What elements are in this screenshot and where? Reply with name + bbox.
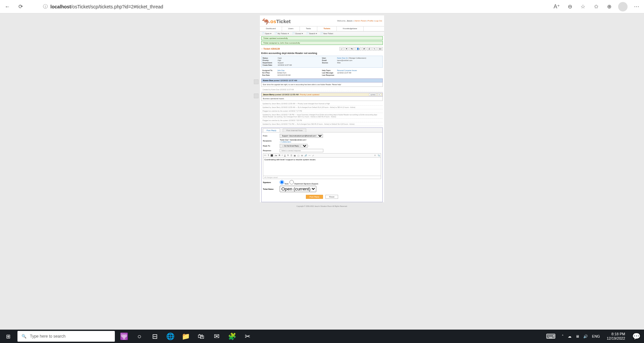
alert-updated: Ticket updated successfully xyxy=(261,36,383,40)
flag-icon[interactable]: ⚑▾ xyxy=(349,47,355,51)
sub-nav: 📄 Open ▾ 📄 My Tickets ▾ 📄 Closed ▾ 📄 Sea… xyxy=(260,32,384,36)
url-path: /osTicket/scp/tickets.php?id=2#ticket_th… xyxy=(71,4,163,9)
reply-editor[interactable]: Coordinating with level I support to res… xyxy=(263,158,381,176)
editor-toolbar: <> ¶ ⬛ A▾ B I U S ☰ ▦ ▢ ⊞ 🔗 — ⤢ ☺ 📎 xyxy=(263,153,381,158)
event-item: Flagged as overdue by the system 12/19/2… xyxy=(261,109,383,113)
underline-icon[interactable]: U xyxy=(284,154,285,157)
back-button[interactable]: ← xyxy=(3,3,11,11)
note-flag[interactable]: correct xyxy=(369,93,377,96)
thread-user-message: Karen Doe posted 12/19/22 12:37 AM Ever … xyxy=(261,78,383,87)
assignee-link[interactable]: John Doe xyxy=(277,69,284,71)
nav-users[interactable]: Users xyxy=(282,26,300,31)
fullscreen-icon[interactable]: ⤢ xyxy=(312,154,314,157)
strike-icon[interactable]: S xyxy=(287,154,289,157)
code-icon[interactable]: <> xyxy=(264,154,266,157)
event-item: Updated by Jason Berry 12/19/22 12:55 AM… xyxy=(261,106,383,109)
heading-icon[interactable]: ⬛ xyxy=(271,154,273,157)
page-body: 🦘osTicket Welcome, Jason. | Admin Panel … xyxy=(260,15,384,202)
event-item: Updated by Jason Berry 12/19/22 12:55 AM… xyxy=(261,102,383,106)
italic-icon[interactable]: I xyxy=(282,154,283,157)
event-item: Flagged as overdue by the system 12/19/2… xyxy=(261,119,383,122)
page-footer: Copyright © 2006-2022 Jason's Situation … xyxy=(0,204,644,208)
image-icon[interactable]: ▦ xyxy=(294,154,296,157)
admin-panel-link[interactable]: Admin Panel xyxy=(355,20,366,22)
emoji-icon[interactable]: ☺ xyxy=(374,154,376,157)
nav-dashboard[interactable]: Dashboard xyxy=(260,26,282,31)
event-created: Created by Karen Doe 12/19/22 12:37 AM xyxy=(261,88,383,92)
alert-assigned: Ticket assigned to John Doe successfully xyxy=(261,41,383,45)
collections-icon[interactable]: ⊕ xyxy=(605,3,613,11)
avatar xyxy=(254,94,259,98)
reset-button[interactable]: Reset xyxy=(325,195,338,199)
favorite-icon[interactable]: ☆ xyxy=(579,3,587,11)
print-icon[interactable]: 🖨 xyxy=(367,47,372,51)
tab-post-reply[interactable]: Post Reply xyxy=(263,128,280,132)
favorites-bar-icon[interactable]: ✩ xyxy=(592,3,600,11)
status-icon[interactable]: ■ xyxy=(344,47,349,51)
nav-tickets[interactable]: Tickets xyxy=(317,26,337,31)
more-icon[interactable]: ⋯ xyxy=(633,3,641,11)
reply-icon[interactable]: ↩ xyxy=(339,47,344,51)
video-icon[interactable]: ▢ xyxy=(297,154,300,157)
link-icon[interactable]: 🔗 xyxy=(305,154,307,157)
profile-link[interactable]: Profile xyxy=(368,20,373,22)
transfer-icon[interactable]: ⇄ xyxy=(362,47,366,51)
logo[interactable]: 🦘osTicket xyxy=(262,17,291,25)
table-icon[interactable]: ⊞ xyxy=(301,154,303,157)
add-collaborators-link[interactable]: + Collaborators xyxy=(280,141,291,143)
fontsize-icon[interactable]: A▾ xyxy=(275,154,277,157)
read-aloud-icon[interactable]: A⁺ xyxy=(553,3,561,11)
list-icon[interactable]: ☰ xyxy=(290,154,292,157)
primary-nav: Dashboard Users Tasks Tickets Knowledgeb… xyxy=(260,26,384,32)
subnav-new[interactable]: 📄 New Ticket xyxy=(320,32,333,35)
subnav-my[interactable]: 📄 My Tickets ▾ xyxy=(275,32,289,35)
welcome-bar: Welcome, Jason. | Admin Panel | Profile … xyxy=(337,20,382,22)
browser-toolbar: ← ⟳ ⓘ localhost/osTicket/scp/tickets.php… xyxy=(0,0,644,13)
ticket-info-2: Assigned To:John Doe SLA Plan:Default SL… xyxy=(261,68,383,77)
sig-dept-radio[interactable]: Department Signature (Support) xyxy=(289,180,318,185)
thread-staff-note: Jason Berry posted 12/19/22 12:55 AM Pri… xyxy=(261,93,383,101)
post-reply-button[interactable]: Post Reply xyxy=(306,195,323,199)
nav-kb[interactable]: Knowledgebase xyxy=(337,26,364,31)
help-topic-link[interactable]: Personal Computer Issues xyxy=(337,69,357,71)
url-host: localhost xyxy=(50,4,71,9)
ticket-status-select[interactable]: Open (current) xyxy=(280,186,316,192)
edit-icon[interactable]: ✎ xyxy=(372,47,377,51)
logout-link[interactable]: Log Out xyxy=(375,20,382,22)
ticket-subject: Entire accounting dept Adobe Reader not … xyxy=(260,51,384,55)
attach-icon[interactable]: 📎 xyxy=(378,154,380,157)
ticket-info: Status:Open Priority:High Department:Sup… xyxy=(261,56,383,68)
editor-status: all changes saved xyxy=(263,176,381,179)
hr-icon[interactable]: — xyxy=(309,154,311,157)
entry-menu-icon[interactable]: ▾ xyxy=(377,93,381,96)
refresh-button[interactable]: ⟳ xyxy=(16,3,25,11)
user-icon[interactable]: 👤▾ xyxy=(355,47,361,51)
sig-none-radio[interactable]: None xyxy=(280,180,288,185)
event-item: Updated by Jason Berry 12/19/22 7:51 PM … xyxy=(261,122,383,126)
ticket-number: ○ Ticket #204139 xyxy=(261,48,280,50)
canned-response-select[interactable]: Select a canned response xyxy=(280,149,323,152)
event-item: Updated by Jason Berry 12/19/22 7:35 PM … xyxy=(261,113,383,119)
paragraph-icon[interactable]: ¶ xyxy=(268,154,269,157)
subnav-search[interactable]: 📄 Search ▾ xyxy=(306,32,317,35)
ticket-actions: ↩ ■ ⚑▾ 👤▾ ⇄ 🖨 ✎ ⚙▾ xyxy=(339,47,383,51)
subnav-open[interactable]: 📄 Open ▾ xyxy=(262,32,271,35)
profile-icon[interactable] xyxy=(618,2,628,11)
avatar xyxy=(254,79,259,84)
kangaroo-icon: 🦘 xyxy=(262,18,270,25)
nav-tasks[interactable]: Tasks xyxy=(300,26,317,31)
tab-internal-note[interactable]: Post Internal Note xyxy=(283,128,306,132)
event-log: Updated by Jason Berry 12/19/22 12:55 AM… xyxy=(261,102,383,126)
from-select[interactable]: Support <Jasonssituationroom@hotmail.com… xyxy=(280,134,323,138)
zoom-icon[interactable]: ⊖ xyxy=(566,3,574,11)
subnav-closed[interactable]: 📄 Closed ▾ xyxy=(292,32,303,35)
user-link[interactable]: Karen Doe (1) xyxy=(337,57,348,59)
address-bar[interactable]: ⓘ localhost/osTicket/scp/tickets.php?id=… xyxy=(43,4,228,10)
reply-form: Post Reply Post Internal Note From: Supp… xyxy=(261,127,383,202)
more-icon[interactable]: ⚙▾ xyxy=(377,47,383,51)
info-icon: ⓘ xyxy=(43,4,48,10)
help-icon[interactable]: ⓘ xyxy=(308,145,309,147)
bold-icon[interactable]: B xyxy=(279,154,280,157)
reply-to-select[interactable]: — Do Not Email Reply — xyxy=(280,144,308,148)
